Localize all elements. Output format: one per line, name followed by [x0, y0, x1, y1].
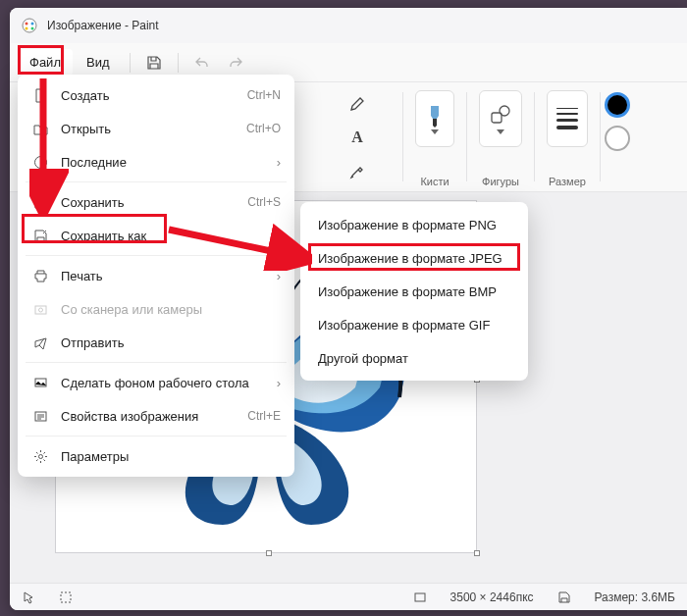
- stroke-size-picker[interactable]: [547, 90, 588, 147]
- color-swatches: [601, 82, 634, 191]
- settings-icon: [31, 447, 49, 465]
- menu-label: Сохранить как: [61, 229, 146, 243]
- new-file-icon: [31, 86, 49, 104]
- menu-item-new[interactable]: Создать Ctrl+N: [22, 78, 291, 112]
- menu-label: Свойства изображения: [61, 409, 198, 424]
- save-as-icon: [31, 227, 49, 244]
- menu-item-save-as[interactable]: Сохранить как ›: [22, 219, 291, 252]
- canvas-size-icon: [413, 590, 427, 604]
- paint-app-icon: [22, 18, 37, 33]
- submenu-item-bmp[interactable]: Изображение в формате BMP: [306, 275, 522, 308]
- menu-label: Отправить: [61, 335, 124, 350]
- menu-label: Открыть: [61, 122, 111, 136]
- submenu-item-jpeg[interactable]: Изображение в формате JPEG: [306, 241, 522, 275]
- submenu-item-gif[interactable]: Изображение в формате GIF: [306, 308, 522, 341]
- camera-icon: [31, 300, 49, 318]
- file-size: Размер: 3.6МБ: [595, 590, 675, 604]
- recent-icon: [31, 153, 49, 171]
- ribbon-group-tools: A Инструменты: [312, 82, 402, 191]
- properties-icon: [31, 407, 49, 425]
- shortcut: Ctrl+N: [247, 88, 281, 102]
- menu-label: Сохранить: [61, 195, 125, 210]
- ribbon-group-size: Размер: [535, 82, 600, 191]
- cursor-tool-icon: [22, 590, 35, 604]
- svg-point-7: [500, 106, 509, 116]
- submenu-item-other[interactable]: Другой формат: [306, 341, 522, 375]
- titlebar: Изображение - Paint: [10, 8, 687, 43]
- ribbon-label-brushes: Кисти: [420, 176, 449, 187]
- shapes-picker[interactable]: [479, 90, 522, 147]
- text-tool-icon[interactable]: A: [341, 124, 374, 151]
- chevron-right-icon: ›: [277, 269, 281, 283]
- ribbon-group-brushes: Кисти: [403, 82, 466, 191]
- svg-rect-10: [61, 592, 71, 602]
- menu-label: Печать: [61, 269, 103, 283]
- submenu-item-png[interactable]: Изображение в формате PNG: [306, 208, 522, 241]
- svg-point-4: [31, 27, 34, 30]
- window-title: Изображение - Paint: [47, 19, 159, 32]
- divider: [130, 53, 131, 73]
- svg-point-0: [23, 19, 36, 32]
- canvas-dimensions: 3500 × 2446пкс: [450, 590, 534, 604]
- brush-picker[interactable]: [415, 90, 454, 147]
- svg-point-14: [38, 308, 42, 312]
- menu-file[interactable]: Файл: [18, 49, 73, 76]
- menu-label: Создать: [61, 88, 109, 103]
- open-folder-icon: [31, 120, 49, 137]
- menu-label: Параметры: [61, 449, 129, 464]
- shortcut: Ctrl+E: [247, 409, 281, 423]
- chevron-right-icon: ›: [277, 229, 281, 243]
- ribbon-label-size: Размер: [549, 176, 586, 187]
- svg-point-3: [26, 27, 28, 30]
- svg-rect-11: [415, 593, 425, 601]
- menu-item-recent[interactable]: Последние ›: [22, 145, 291, 179]
- menu-item-send[interactable]: Отправить: [22, 326, 291, 359]
- shortcut: Ctrl+O: [246, 122, 281, 135]
- statusbar: 3500 × 2446пкс Размер: 3.6МБ: [10, 583, 687, 610]
- menu-item-scanner: Со сканера или камеры: [22, 292, 291, 326]
- color-secondary[interactable]: [605, 126, 630, 151]
- menu-item-open[interactable]: Открыть Ctrl+O: [22, 112, 291, 145]
- chevron-right-icon: ›: [277, 376, 281, 390]
- pencil-tool-icon[interactable]: [341, 90, 374, 118]
- save-icon-button[interactable]: [138, 47, 170, 78]
- svg-point-1: [26, 23, 28, 26]
- wallpaper-icon: [31, 374, 49, 391]
- menu-item-properties[interactable]: Свойства изображения Ctrl+E: [22, 399, 291, 433]
- undo-button[interactable]: [186, 47, 218, 78]
- send-icon: [31, 334, 49, 351]
- file-size-icon: [557, 590, 571, 604]
- selection-icon: [59, 590, 73, 604]
- svg-point-2: [31, 23, 34, 26]
- menu-item-params[interactable]: Параметры: [22, 439, 291, 473]
- shortcut: Ctrl+S: [247, 195, 281, 209]
- menu-label: Со сканера или камеры: [61, 302, 202, 317]
- menu-item-save[interactable]: Сохранить Ctrl+S: [22, 185, 291, 219]
- menu-label: Последние: [61, 155, 127, 170]
- save-as-submenu: Изображение в формате PNG Изображение в …: [300, 202, 528, 381]
- svg-point-17: [38, 454, 42, 458]
- file-dropdown-menu: Создать Ctrl+N Открыть Ctrl+O Последние …: [18, 75, 294, 477]
- svg-rect-13: [35, 306, 46, 314]
- ribbon-label-shapes: Фигуры: [482, 176, 519, 187]
- save-icon: [31, 193, 49, 211]
- menu-label: Сделать фоном рабочего стола: [61, 376, 249, 390]
- svg-rect-6: [492, 113, 502, 123]
- eyedropper-tool-icon[interactable]: [341, 157, 374, 184]
- menu-item-wallpaper[interactable]: Сделать фоном рабочего стола ›: [22, 366, 291, 399]
- print-icon: [31, 267, 49, 284]
- redo-button[interactable]: [220, 47, 251, 78]
- color-primary[interactable]: [605, 92, 630, 118]
- chevron-right-icon: ›: [277, 155, 281, 170]
- ribbon-group-shapes: Фигуры: [467, 82, 534, 191]
- menu-item-print[interactable]: Печать ›: [22, 259, 291, 292]
- divider: [178, 53, 179, 73]
- menu-view[interactable]: Вид: [75, 49, 122, 76]
